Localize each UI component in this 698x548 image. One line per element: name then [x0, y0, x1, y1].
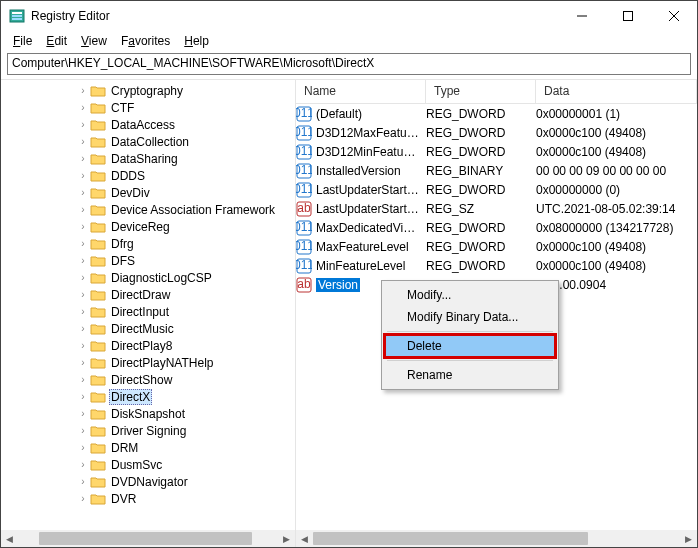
minimize-button[interactable] [559, 1, 605, 31]
menu-view[interactable]: View [75, 32, 113, 50]
tree-item[interactable]: DirectInput [1, 303, 295, 320]
tree-item[interactable]: DDDS [1, 167, 295, 184]
tree-item[interactable]: DirectShow [1, 371, 295, 388]
expand-icon[interactable] [77, 340, 89, 351]
tree-item[interactable]: Dfrg [1, 235, 295, 252]
values-hscrollbar[interactable]: ◀ ▶ [296, 530, 697, 547]
scroll-left-icon[interactable]: ◀ [1, 530, 18, 547]
folder-icon [90, 356, 106, 370]
tree-item[interactable]: DVDNavigator [1, 473, 295, 490]
close-button[interactable] [651, 1, 697, 31]
value-data: 0x0000c100 (49408) [536, 145, 697, 159]
value-row[interactable]: abLastUpdaterStart…REG_SZUTC.2021-08-05.… [296, 199, 697, 218]
tree-item[interactable]: Cryptography [1, 82, 295, 99]
expand-icon[interactable] [77, 459, 89, 470]
ctx-modify-binary[interactable]: Modify Binary Data... [385, 306, 555, 328]
expand-icon[interactable] [77, 289, 89, 300]
scroll-left-icon[interactable]: ◀ [296, 530, 313, 547]
value-row[interactable]: 011D3D12MinFeatu…REG_DWORD0x0000c100 (49… [296, 142, 697, 161]
value-type: REG_DWORD [426, 126, 536, 140]
expand-icon[interactable] [77, 170, 89, 181]
maximize-button[interactable] [605, 1, 651, 31]
tree-item-label: DataSharing [109, 152, 180, 166]
expand-icon[interactable] [77, 306, 89, 317]
menu-file[interactable]: File [7, 32, 38, 50]
expand-icon[interactable] [77, 442, 89, 453]
tree-scroll[interactable]: CryptographyCTFDataAccessDataCollectionD… [1, 80, 295, 530]
expand-icon[interactable] [77, 408, 89, 419]
tree-item[interactable]: DataCollection [1, 133, 295, 150]
expand-icon[interactable] [77, 255, 89, 266]
expand-icon[interactable] [77, 391, 89, 402]
expand-icon[interactable] [77, 493, 89, 504]
tree-item[interactable]: DirectMusic [1, 320, 295, 337]
expand-icon[interactable] [77, 323, 89, 334]
expand-icon[interactable] [77, 136, 89, 147]
folder-icon [90, 271, 106, 285]
value-type: REG_BINARY [426, 164, 536, 178]
tree-item[interactable]: DataSharing [1, 150, 295, 167]
folder-icon [90, 220, 106, 234]
tree-item[interactable]: DiskSnapshot [1, 405, 295, 422]
tree-item[interactable]: Driver Signing [1, 422, 295, 439]
value-row[interactable]: 011D3D12MaxFeatu…REG_DWORD0x0000c100 (49… [296, 123, 697, 142]
tree-item[interactable]: DeviceReg [1, 218, 295, 235]
value-row[interactable]: 011MinFeatureLevelREG_DWORD0x0000c100 (4… [296, 256, 697, 275]
value-row[interactable]: 011MaxDedicatedVi…REG_DWORD0x08000000 (1… [296, 218, 697, 237]
value-row[interactable]: 011LastUpdaterStart…REG_DWORD0x00000000 … [296, 180, 697, 199]
expand-icon[interactable] [77, 272, 89, 283]
expand-icon[interactable] [77, 187, 89, 198]
value-icon: 011 [296, 125, 312, 141]
folder-icon [90, 339, 106, 353]
expand-icon[interactable] [77, 204, 89, 215]
tree-item[interactable]: DataAccess [1, 116, 295, 133]
tree-item[interactable]: DirectDraw [1, 286, 295, 303]
tree-item[interactable]: DFS [1, 252, 295, 269]
ctx-modify[interactable]: Modify... [385, 284, 555, 306]
col-data[interactable]: Data [536, 80, 697, 103]
tree-item[interactable]: CTF [1, 99, 295, 116]
expand-icon[interactable] [77, 102, 89, 113]
expand-icon[interactable] [77, 357, 89, 368]
tree-item[interactable]: DVR [1, 490, 295, 507]
tree-item-label: DDDS [109, 169, 147, 183]
tree-item[interactable]: DevDiv [1, 184, 295, 201]
scroll-right-icon[interactable]: ▶ [278, 530, 295, 547]
tree-item[interactable]: DirectPlay8 [1, 337, 295, 354]
tree-item[interactable]: DirectX [1, 388, 295, 405]
col-name[interactable]: Name [296, 80, 426, 103]
value-row[interactable]: 011InstalledVersionREG_BINARY00 00 00 09… [296, 161, 697, 180]
menu-help[interactable]: Help [178, 32, 215, 50]
tree-item[interactable]: DiagnosticLogCSP [1, 269, 295, 286]
menu-favorites[interactable]: Favorites [115, 32, 176, 50]
expand-icon[interactable] [77, 119, 89, 130]
value-data: 0x08000000 (134217728) [536, 221, 697, 235]
expand-icon[interactable] [77, 221, 89, 232]
tree-item[interactable]: DRM [1, 439, 295, 456]
tree-item[interactable]: DirectPlayNATHelp [1, 354, 295, 371]
value-data: 0x0000c100 (49408) [536, 126, 697, 140]
scroll-right-icon[interactable]: ▶ [680, 530, 697, 547]
value-data: UTC.2021-08-05.02:39:14 [536, 202, 697, 216]
expand-icon[interactable] [77, 153, 89, 164]
address-bar[interactable]: Computer\HKEY_LOCAL_MACHINE\SOFTWARE\Mic… [7, 53, 691, 75]
folder-icon [90, 305, 106, 319]
tree-item-label: DVR [109, 492, 138, 506]
tree-item[interactable]: DusmSvc [1, 456, 295, 473]
ctx-delete[interactable]: Delete [385, 335, 555, 357]
expand-icon[interactable] [77, 85, 89, 96]
col-type[interactable]: Type [426, 80, 536, 103]
value-row[interactable]: 011(Default)REG_DWORD0x00000001 (1) [296, 104, 697, 123]
value-row[interactable]: 011MaxFeatureLevelREG_DWORD0x0000c100 (4… [296, 237, 697, 256]
tree-item[interactable]: Device Association Framework [1, 201, 295, 218]
tree-item-label: Device Association Framework [109, 203, 277, 217]
tree-hscrollbar[interactable]: ◀ ▶ [1, 530, 295, 547]
value-data: 0x00000001 (1) [536, 107, 697, 121]
ctx-rename[interactable]: Rename [385, 364, 555, 386]
expand-icon[interactable] [77, 374, 89, 385]
expand-icon[interactable] [77, 425, 89, 436]
expand-icon[interactable] [77, 238, 89, 249]
expand-icon[interactable] [77, 476, 89, 487]
menu-edit[interactable]: Edit [40, 32, 73, 50]
value-type: REG_DWORD [426, 259, 536, 273]
